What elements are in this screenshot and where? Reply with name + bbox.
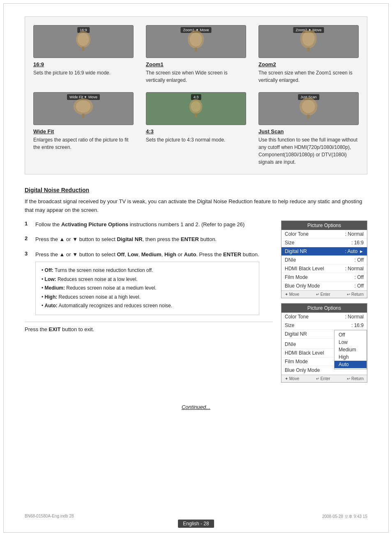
menu1-label-color-tone: Color Tone	[285, 231, 309, 237]
balloon-svg-4-3	[166, 97, 226, 120]
step-3-options-box: Off: Turns the screen noise reduction fu…	[35, 262, 259, 315]
dnr-section-title: Digital Noise Reduction	[25, 187, 367, 193]
menu2-value-size: : 16:9	[351, 323, 364, 328]
option-high: High: Reduces screen noise at a high lev…	[42, 293, 253, 302]
image-item-zoom1: Zoom1 ✦ Move Zoom1 The screen size when …	[146, 25, 246, 84]
image-item-16-9: 16:9 16:9 Sets the picture to 16:9 wide …	[33, 25, 134, 84]
menu1-row-size: Size : 16:9	[281, 239, 367, 247]
menu2-header: Picture Options	[281, 304, 367, 313]
menu1-footer-move: ✦ Move	[285, 292, 299, 297]
menu1-row-color-tone: Color Tone : Normal	[281, 230, 367, 239]
desc-zoom1: The screen size when Wide screen is vert…	[146, 69, 246, 84]
dropdown-item-high[interactable]: High	[334, 353, 367, 361]
menu1-value-digital-nr: : Auto	[345, 248, 357, 254]
title-16-9: 16:9	[33, 61, 134, 67]
menu2-label-film-mode: Film Mode	[285, 359, 308, 364]
menus-col: Picture Options Color Tone : Normal Size…	[281, 220, 367, 387]
image-item-wide-fit: Wide Fit ✦ Move Wide Fit Enlarges the as…	[33, 92, 134, 166]
dropdown-item-low[interactable]: Low	[334, 339, 367, 346]
image-item-zoom2: Zoom2 ✦ Move Zoom2 The screen size when …	[258, 25, 359, 84]
step-3: 3 Press the ▲ or ▼ button to select Off,…	[25, 251, 273, 315]
menu1-value-blue-only: : Off	[355, 283, 364, 289]
menu1-value-film-mode: : Off	[355, 274, 364, 280]
svg-point-15	[191, 101, 201, 112]
balloon-svg-16-9	[53, 30, 113, 53]
tv-thumbnail-wide-fit: Wide Fit ✦ Move	[33, 92, 134, 125]
footer-file: BN68-01580A-Eng.indb 28	[25, 514, 74, 520]
menu2-label-hdmi-black: HDMI Black Level	[285, 350, 324, 356]
dropdown-item-auto[interactable]: Auto	[334, 361, 367, 368]
page-footer: English - 28	[0, 520, 392, 528]
menu1-value-dnie: : Off	[355, 257, 364, 263]
svg-rect-13	[82, 114, 85, 118]
content-area: 16:9 16:9 Sets the picture to 16:9 wide …	[0, 0, 392, 443]
svg-point-12	[76, 100, 91, 113]
dropdown-item-medium[interactable]: Medium	[334, 346, 367, 353]
step-1-text: Follow the Activating Picture Options in…	[35, 220, 244, 229]
desc-just-scan: Use this function to see the full image …	[258, 136, 359, 166]
tv-thumbnail-4-3: 4:3	[146, 92, 246, 125]
menu2-value-color-tone: : Normal	[345, 314, 364, 320]
balloon-svg-just-scan	[279, 97, 338, 120]
step-3-num: 3	[25, 251, 31, 257]
menu2-label-digital-nr: Digital NR	[285, 331, 307, 337]
desc-16-9: Sets the picture to 16:9 wide mode.	[33, 69, 134, 77]
menu2-footer-return: ↩ Return	[347, 376, 364, 381]
image-grid-box: 16:9 16:9 Sets the picture to 16:9 wide …	[25, 16, 367, 174]
svg-rect-7	[195, 47, 197, 51]
step-2: 2 Press the ▲ or ▼ button to select Digi…	[25, 235, 273, 244]
menu1-footer-return: ↩ Return	[347, 292, 364, 297]
title-wide-fit: Wide Fit	[33, 128, 134, 135]
title-zoom1: Zoom1	[146, 61, 246, 67]
step-3-text: Press the ▲ or ▼ button to select Off, L…	[35, 251, 259, 315]
svg-point-6	[190, 32, 202, 46]
menu1-label-blue-only: Blue Only Mode	[285, 283, 320, 289]
menu1-label-digital-nr: Digital NR	[285, 248, 307, 254]
menu1-row-digital-nr: Digital NR : Auto ►	[281, 247, 367, 256]
svg-rect-2	[82, 46, 85, 51]
menu1-row-film-mode: Film Mode : Off	[281, 273, 367, 282]
desc-4-3: Sets the picture to 4:3 normal mode.	[146, 136, 246, 144]
menu2-label-dnie: DNIe	[285, 341, 296, 347]
tv-thumbnail-zoom2: Zoom2 ✦ Move	[258, 25, 359, 58]
balloon-svg-zoom1	[166, 30, 226, 53]
footer-date: 2008-05-28 오후 9:43 15	[322, 514, 367, 520]
menu1-row-hdmi-black: HDMI Black Level : Normal	[281, 265, 367, 273]
tv-thumbnail-16-9: 16:9	[33, 25, 134, 58]
menu2-dropdown: Off Low Medium High Auto	[334, 330, 367, 369]
image-grid: 16:9 16:9 Sets the picture to 16:9 wide …	[33, 25, 359, 166]
menu1-value-hdmi-black: : Normal	[345, 266, 364, 271]
menu2-footer: ✦ Move ↵ Enter ↩ Return	[281, 375, 367, 382]
balloon-svg-zoom2	[279, 30, 338, 53]
picture-options-menu-2: Picture Options Color Tone : Normal Size…	[281, 303, 367, 383]
page-number: English - 28	[178, 520, 214, 528]
desc-wide-fit: Enlarges the aspect ratio of the picture…	[33, 136, 134, 151]
title-zoom2: Zoom2	[258, 61, 359, 67]
desc-zoom2: The screen size when the Zoom1 screen is…	[258, 69, 359, 84]
svg-rect-19	[307, 114, 310, 118]
title-just-scan: Just Scan	[258, 128, 359, 135]
menu1-label-hdmi-black: HDMI Black Level	[285, 266, 324, 271]
continued-text: Continued...	[25, 404, 367, 410]
image-item-4-3: 4:3 4:3 Sets the picture to 4:3 normal m…	[146, 92, 246, 166]
title-4-3: 4:3	[146, 128, 246, 135]
step-2-num: 2	[25, 235, 31, 241]
svg-rect-16	[195, 113, 197, 117]
menu1-value-color-tone: : Normal	[345, 231, 364, 237]
menu1-arrow-digital-nr: ►	[359, 249, 364, 254]
instructions-col: 1 Follow the Activating Picture Options …	[25, 220, 273, 332]
balloon-svg-wide-fit	[53, 97, 113, 120]
exit-note: Press the EXIT button to exit.	[25, 322, 273, 332]
menu1-label-film-mode: Film Mode	[285, 274, 308, 280]
menu1-label-dnie: DNIe	[285, 257, 296, 263]
svg-line-4	[86, 47, 88, 51]
dropdown-item-off[interactable]: Off	[334, 331, 367, 339]
menu1-row-blue-only: Blue Only Mode : Off	[281, 282, 367, 290]
svg-point-18	[302, 100, 315, 113]
step-1: 1 Follow the Activating Picture Options …	[25, 220, 273, 229]
menu1-footer-enter: ↵ Enter	[316, 292, 330, 297]
dnr-intro: If the broadcast signal received by your…	[25, 197, 367, 215]
step-2-text: Press the ▲ or ▼ button to select Digita…	[35, 235, 217, 244]
menu2-row-size: Size : 16:9	[281, 321, 367, 330]
step-1-num: 1	[25, 220, 31, 227]
